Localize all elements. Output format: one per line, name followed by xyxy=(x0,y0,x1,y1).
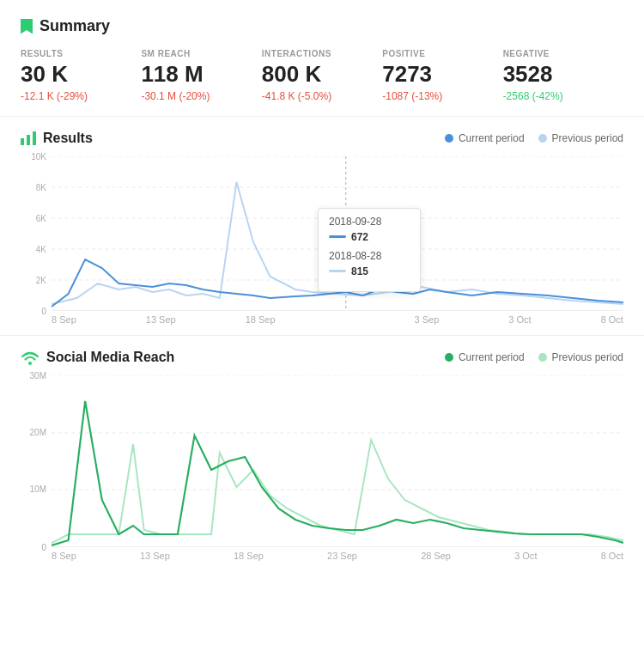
tooltip-current-line xyxy=(329,235,346,238)
metric-negative: NEGATIVE 3528 -2568 (-42%) xyxy=(503,49,623,102)
tooltip-date1: 2018-09-28 xyxy=(329,216,410,228)
social-y-labels: 30M 20M 10M 0 xyxy=(21,375,50,547)
bookmark-icon xyxy=(21,19,33,34)
metric-results-value: 30 K xyxy=(21,62,127,87)
social-reach-legend-current: Current period xyxy=(445,351,525,363)
wifi-icon xyxy=(21,350,39,365)
social-chart-svg xyxy=(52,375,623,547)
results-y-labels: 10K 8K 6K 4K 2K 0 xyxy=(21,156,50,311)
metric-smreach-change: -30.1 M (-20%) xyxy=(141,90,247,102)
metric-smreach-value: 118 M xyxy=(141,62,247,87)
metric-interactions-value: 800 K xyxy=(262,62,368,87)
metric-positive-value: 7273 xyxy=(382,62,489,87)
metric-smreach-label: SM REACH xyxy=(141,49,247,58)
social-reach-section: Social Media Reach Current period Previo… xyxy=(0,336,644,571)
metric-negative-value: 3528 xyxy=(503,62,610,87)
social-previous-dot xyxy=(538,353,547,362)
social-reach-legend-previous: Previous period xyxy=(538,351,623,363)
results-chart-title: Results xyxy=(21,131,93,146)
previous-period-dot xyxy=(538,134,547,143)
results-legend: Current period Previous period xyxy=(445,132,623,144)
social-reach-legend: Current period Previous period xyxy=(445,351,623,363)
metrics-row: RESULTS 30 K -12.1 K (-29%) SM REACH 118… xyxy=(21,49,623,102)
social-chart-area xyxy=(52,375,623,547)
tooltip-previous-line xyxy=(329,270,346,272)
social-x-labels: 8 Sep 13 Sep 18 Sep 23 Sep 28 Sep 3 Oct … xyxy=(52,551,623,561)
metric-results-label: RESULTS xyxy=(21,49,127,58)
results-tooltip: 2018-09-28 672 2018-08-28 815 xyxy=(318,208,421,292)
tooltip-date2: 2018-08-28 xyxy=(329,250,410,262)
metric-results: RESULTS 30 K -12.1 K (-29%) xyxy=(21,49,141,102)
social-reach-header: Social Media Reach Current period Previo… xyxy=(21,350,623,365)
social-previous-line xyxy=(52,440,623,543)
metric-interactions-label: INTERACTIONS xyxy=(262,49,368,58)
metric-negative-change: -2568 (-42%) xyxy=(503,90,610,102)
metric-results-change: -12.1 K (-29%) xyxy=(21,90,127,102)
social-reach-title: Social Media Reach xyxy=(21,350,174,365)
social-current-dot xyxy=(445,353,453,362)
current-period-dot xyxy=(445,134,453,143)
metric-positive-label: POSITIVE xyxy=(382,49,489,58)
bar-chart-icon xyxy=(21,131,36,145)
results-legend-previous: Previous period xyxy=(538,132,623,144)
tooltip-value2: 815 xyxy=(329,265,410,277)
results-x-labels: 8 Sep 13 Sep 18 Sep 3 Sep 3 Oct 8 Oct xyxy=(52,314,623,325)
svg-point-6 xyxy=(28,362,32,365)
summary-section: Summary RESULTS 30 K -12.1 K (-29%) SM R… xyxy=(0,0,644,117)
metric-interactions: INTERACTIONS 800 K -41.8 K (-5.0%) xyxy=(262,49,382,102)
metric-smreach: SM REACH 118 M -30.1 M (-20%) xyxy=(141,49,261,102)
results-chart-area: 2018-09-28 672 2018-08-28 815 xyxy=(52,156,623,311)
metric-positive-change: -1087 (-13%) xyxy=(382,90,489,102)
metric-interactions-change: -41.8 K (-5.0%) xyxy=(262,90,368,102)
social-reach-chart-wrapper: 30M 20M 10M 0 8 Sep 13 Sep 18 Sep xyxy=(21,375,623,561)
results-chart-header: Results Current period Previous period xyxy=(21,131,623,146)
results-chart-section: Results Current period Previous period 1… xyxy=(0,117,644,336)
metric-negative-label: NEGATIVE xyxy=(503,49,610,58)
tooltip-value1: 672 xyxy=(329,231,410,243)
results-legend-current: Current period xyxy=(445,132,525,144)
summary-title: Summary xyxy=(21,17,623,35)
metric-positive: POSITIVE 7273 -1087 (-13%) xyxy=(382,49,502,102)
